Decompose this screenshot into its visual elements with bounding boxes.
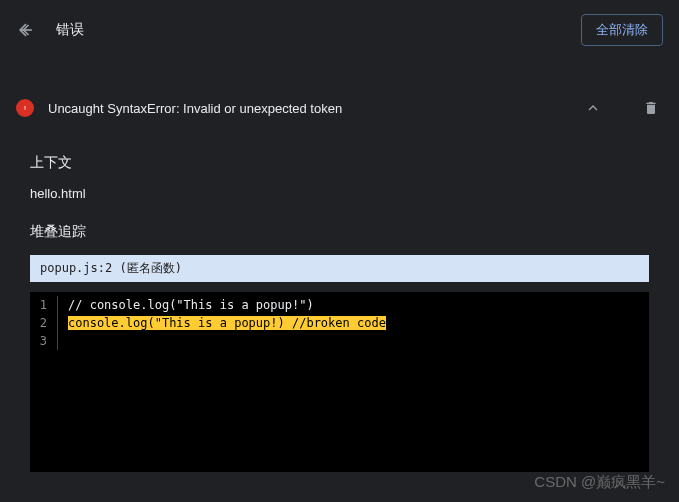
collapse-button[interactable] bbox=[581, 96, 605, 120]
error-message: Uncaught SyntaxError: Invalid or unexpec… bbox=[48, 101, 567, 116]
code-line: 2console.log("This is a popup!) //broken… bbox=[30, 314, 649, 332]
code-block: 1// console.log("This is a popup!")2cons… bbox=[30, 292, 649, 472]
line-number: 3 bbox=[30, 332, 58, 350]
clear-all-button[interactable]: 全部清除 bbox=[581, 14, 663, 46]
error-item: Uncaught SyntaxError: Invalid or unexpec… bbox=[0, 84, 679, 132]
line-content: console.log("This is a popup!) //broken … bbox=[58, 314, 386, 332]
line-content: // console.log("This is a popup!") bbox=[58, 296, 314, 314]
error-icon bbox=[16, 99, 34, 117]
code-line: 3 bbox=[30, 332, 649, 350]
context-file: hello.html bbox=[30, 186, 649, 201]
line-content bbox=[58, 332, 68, 350]
page-title: 错误 bbox=[56, 21, 561, 39]
delete-button[interactable] bbox=[639, 96, 663, 120]
code-line: 1// console.log("This is a popup!") bbox=[30, 296, 649, 314]
line-number: 2 bbox=[30, 314, 58, 332]
header: 错误 全部清除 bbox=[0, 0, 679, 60]
back-arrow-icon[interactable] bbox=[16, 20, 36, 40]
details-section: 上下文 hello.html 堆叠追踪 popup.js:2 (匿名函数) 1/… bbox=[0, 154, 679, 472]
line-number: 1 bbox=[30, 296, 58, 314]
stack-location[interactable]: popup.js:2 (匿名函数) bbox=[30, 255, 649, 282]
context-label: 上下文 bbox=[30, 154, 649, 172]
watermark: CSDN @巅疯黑羊~ bbox=[534, 473, 665, 492]
stack-label: 堆叠追踪 bbox=[30, 223, 649, 241]
